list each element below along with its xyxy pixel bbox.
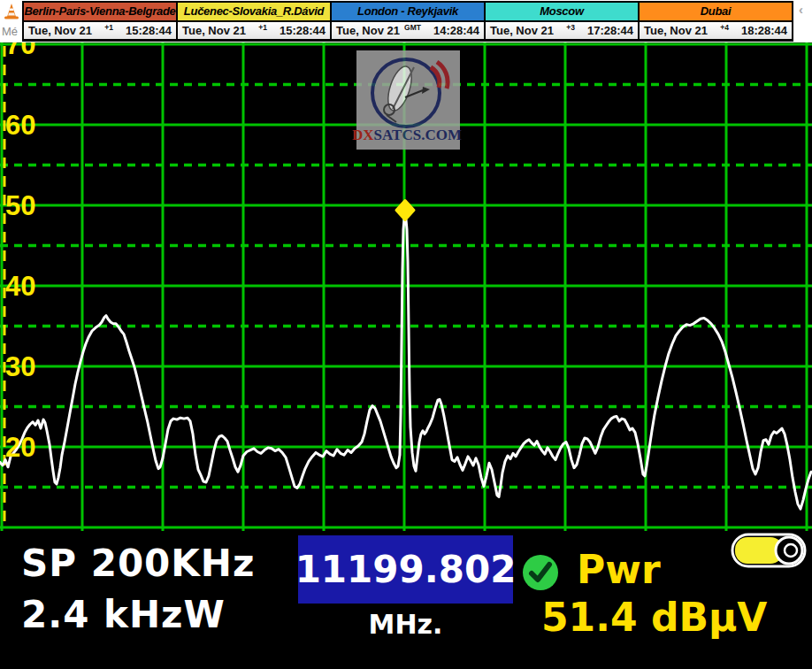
clock-tz-offset: +1 xyxy=(104,23,113,32)
clock-panel-berlin: Berlin-Paris-Vienna-Belgrade Tue, Nov 21… xyxy=(24,3,176,40)
check-icon xyxy=(521,553,560,592)
peak-marker-icon xyxy=(396,201,414,220)
clockbar-end: ‹ xyxy=(793,0,812,42)
clock-tz-offset: +1 xyxy=(258,23,267,32)
clock-time-value: 15:28:44 xyxy=(126,24,172,37)
power-value: 51.4 dBµV xyxy=(541,595,767,640)
clock-time-value: 15:28:44 xyxy=(280,24,326,37)
y-axis-tick-label: 70 xyxy=(5,42,35,60)
spectrum-display: DXSATCS.COM 706050403020 xyxy=(0,42,812,531)
clock-time-row: Tue, Nov 21 GMT 14:28:44 xyxy=(332,22,484,39)
readout-panel: SP 200KHz 2.4 kHzW 11199.802 MHz. Pwr 51… xyxy=(0,531,812,669)
battery-icon xyxy=(731,532,812,569)
clock-tz-offset: +4 xyxy=(720,23,729,32)
clock-city: Lučenec-Slovakia_R.Dávid xyxy=(178,3,330,20)
media-menu-label[interactable]: Mé xyxy=(2,25,18,38)
clock-time-value: 14:28:44 xyxy=(433,24,479,37)
clock-panel-lucenec: Lučenec-Slovakia_R.Dávid Tue, Nov 21 +1 … xyxy=(178,3,330,40)
y-axis-tick-label: 40 xyxy=(5,271,35,302)
clock-time-value: 18:28:44 xyxy=(741,24,787,37)
span-readout: SP 200KHz xyxy=(21,542,255,585)
frequency-unit: MHz. xyxy=(298,609,513,640)
clock-date: Tue, Nov 21 xyxy=(490,24,554,37)
frequency-box: 11199.802 xyxy=(298,535,513,604)
collapse-chevron-icon[interactable]: ‹ xyxy=(799,2,803,17)
vlc-toolbar-fragment: Mé xyxy=(0,0,22,42)
clock-time-row: Tue, Nov 21 +1 15:28:44 xyxy=(24,22,176,39)
clock-city: Dubai xyxy=(640,3,792,20)
clock-time-row: Tue, Nov 21 +4 18:28:44 xyxy=(640,22,792,39)
frequency-value: 11199.802 xyxy=(295,548,517,591)
clock-time-row: Tue, Nov 21 +3 17:28:44 xyxy=(486,22,638,39)
clock-bar: Mé Berlin-Paris-Vienna-Belgrade Tue, Nov… xyxy=(0,0,812,42)
power-label: Pwr xyxy=(577,547,661,592)
clock-city: Berlin-Paris-Vienna-Belgrade xyxy=(24,3,176,20)
y-axis-tick-label: 50 xyxy=(5,190,35,221)
clock-panel-london: London - Reykjavik Tue, Nov 21 GMT 14:28… xyxy=(332,3,484,40)
vlc-cone-icon xyxy=(3,2,20,21)
world-clock-panels: Berlin-Paris-Vienna-Belgrade Tue, Nov 21… xyxy=(22,1,793,42)
clock-date: Tue, Nov 21 xyxy=(28,24,92,37)
watermark-text: DXSATCS.COM xyxy=(352,127,462,143)
y-axis-tick-label: 60 xyxy=(5,110,35,141)
clock-city: Moscow xyxy=(486,3,638,20)
clock-date: Tue, Nov 21 xyxy=(644,24,708,37)
clock-time-value: 17:28:44 xyxy=(587,24,633,37)
clock-tz-offset: +3 xyxy=(566,23,575,32)
clock-date: Tue, Nov 21 xyxy=(336,24,400,37)
clock-time-row: Tue, Nov 21 +1 15:28:44 xyxy=(178,22,330,39)
clock-date: Tue, Nov 21 xyxy=(182,24,246,37)
clock-city: London - Reykjavik xyxy=(332,3,484,20)
clock-tz-offset: GMT xyxy=(404,23,421,32)
dxsatcs-watermark: DXSATCS.COM xyxy=(352,50,462,150)
clock-panel-moscow: Moscow Tue, Nov 21 +3 17:28:44 xyxy=(486,3,638,40)
y-axis-tick-label: 20 xyxy=(5,432,35,463)
y-axis-tick-label: 30 xyxy=(5,351,35,382)
clock-panel-dubai: Dubai Tue, Nov 21 +4 18:28:44 xyxy=(640,3,792,40)
rbw-readout: 2.4 kHzW xyxy=(21,593,226,636)
